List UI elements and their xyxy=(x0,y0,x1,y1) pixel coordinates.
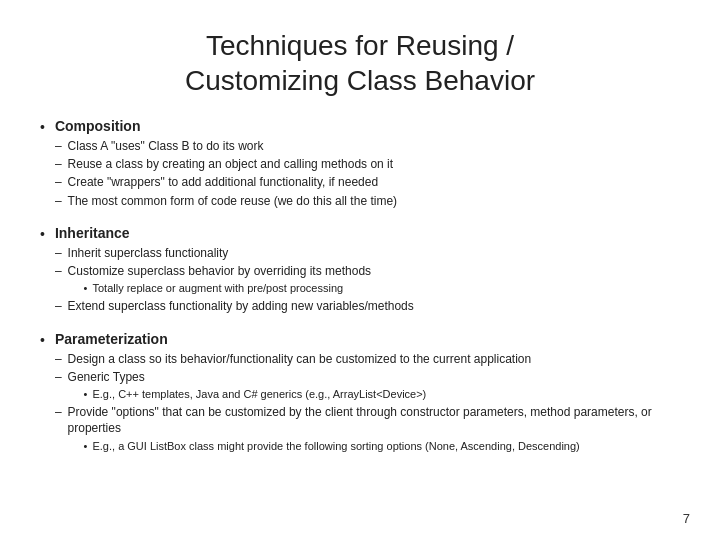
dash-icon: – xyxy=(55,298,62,314)
title-line1: Techniques for Reusing / xyxy=(206,30,514,61)
dash-icon: – xyxy=(55,138,62,154)
parameterization-title: Parameterization xyxy=(55,331,680,347)
dash-icon: – xyxy=(55,263,62,279)
page-number: 7 xyxy=(683,511,690,526)
list-item: – Provide "options" that can be customiz… xyxy=(55,404,680,454)
list-item: – Inherit superclass functionality xyxy=(55,245,680,261)
sub-list-item: Totally replace or augment with pre/post… xyxy=(84,281,371,295)
inheritance-title: Inheritance xyxy=(55,225,680,241)
list-item: – Design a class so its behavior/functio… xyxy=(55,351,680,367)
list-item: –Create "wrappers" to add additional fun… xyxy=(55,174,680,190)
list-item: –The most common form of code reuse (we … xyxy=(55,193,680,209)
bullet-inheritance: • xyxy=(40,226,45,242)
list-item: – Generic Types E.g., C++ templates, Jav… xyxy=(55,369,680,402)
list-item: – Customize superclass behavior by overr… xyxy=(55,263,680,296)
slide-title: Techniques for Reusing / Customizing Cla… xyxy=(40,20,680,98)
inheritance-list: – Inherit superclass functionality – Cus… xyxy=(55,245,680,315)
inheritance-subitems: Totally replace or augment with pre/post… xyxy=(68,281,371,295)
inheritance-section: • Inheritance – Inherit superclass funct… xyxy=(40,225,680,317)
parameterization-content: Parameterization – Design a class so its… xyxy=(55,331,680,456)
composition-title: Composition xyxy=(55,118,680,134)
dash-icon: – xyxy=(55,351,62,367)
bullet-composition: • xyxy=(40,119,45,135)
composition-content: Composition –Class A "uses" Class B to d… xyxy=(55,118,680,211)
dash-icon: – xyxy=(55,245,62,261)
dash-icon: – xyxy=(55,174,62,190)
dash-icon: – xyxy=(55,404,62,420)
composition-section: • Composition –Class A "uses" Class B to… xyxy=(40,118,680,211)
slide: Techniques for Reusing / Customizing Cla… xyxy=(0,0,720,540)
slide-content: • Composition –Class A "uses" Class B to… xyxy=(40,118,680,520)
dash-icon: – xyxy=(55,193,62,209)
parameterization-section: • Parameterization – Design a class so i… xyxy=(40,331,680,456)
bullet-parameterization: • xyxy=(40,332,45,348)
options-subitems: E.g., a GUI ListBox class might provide … xyxy=(68,439,680,453)
parameterization-list: – Design a class so its behavior/functio… xyxy=(55,351,680,454)
list-item: –Class A "uses" Class B to do its work xyxy=(55,138,680,154)
sub-list-item: E.g., C++ templates, Java and C# generic… xyxy=(84,387,427,401)
list-item: – Extend superclass functionality by add… xyxy=(55,298,680,314)
list-item: –Reuse a class by creating an object and… xyxy=(55,156,680,172)
dash-icon: – xyxy=(55,156,62,172)
sub-list-item: E.g., a GUI ListBox class might provide … xyxy=(84,439,680,453)
inheritance-content: Inheritance – Inherit superclass functio… xyxy=(55,225,680,317)
generic-types-subitems: E.g., C++ templates, Java and C# generic… xyxy=(68,387,427,401)
title-line2: Customizing Class Behavior xyxy=(185,65,535,96)
composition-list: –Class A "uses" Class B to do its work –… xyxy=(55,138,680,209)
dash-icon: – xyxy=(55,369,62,385)
